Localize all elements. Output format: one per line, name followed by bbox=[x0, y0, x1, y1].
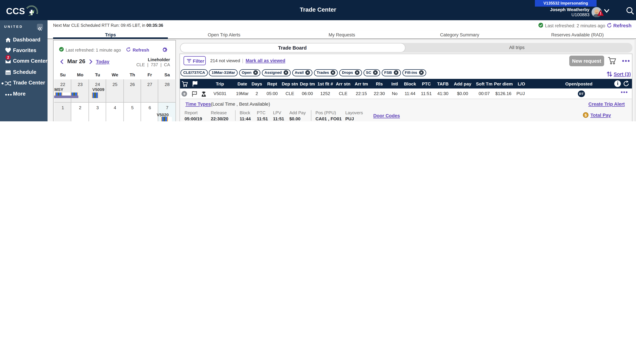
svg-text:!: ! bbox=[600, 11, 601, 16]
svg-text:$: $ bbox=[585, 113, 587, 117]
